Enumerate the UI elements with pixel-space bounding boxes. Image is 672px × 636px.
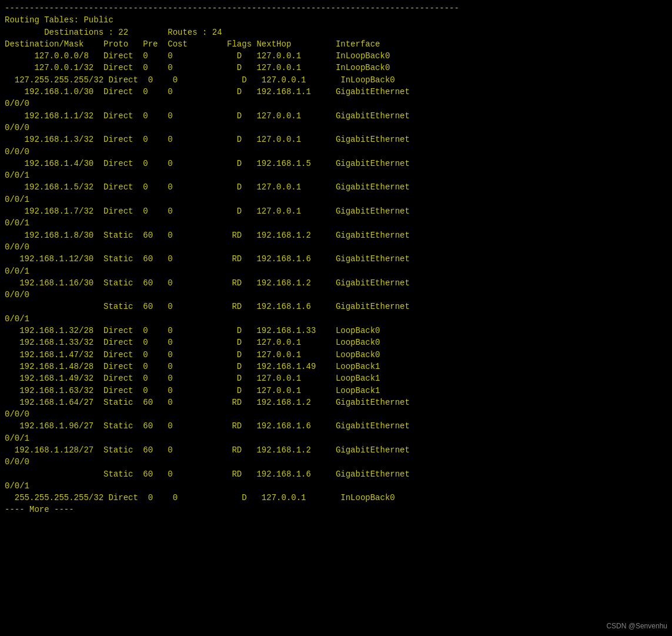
terminal-line: 192.168.1.64/27 Static 60 0 RD 192.168.1… — [5, 397, 667, 408]
terminal-line: ----------------------------------------… — [5, 2, 667, 14]
terminal-line: 192.168.1.12/30 Static 60 0 RD 192.168.1… — [5, 253, 667, 265]
terminal-line: Destination/Mask Proto Pre Cost Flags Ne… — [5, 38, 667, 50]
terminal-line: 192.168.1.49/32 Direct 0 0 D 127.0.0.1 L… — [5, 372, 667, 384]
terminal-line: 0/0/1 — [5, 217, 667, 229]
terminal-line: 127.255.255.255/32 Direct 0 0 D 127.0.0.… — [5, 74, 667, 86]
terminal-line: 255.255.255.255/32 Direct 0 0 D 127.0.0.… — [5, 492, 667, 504]
terminal-line: 0/0/0 — [5, 456, 667, 468]
terminal-line: Static 60 0 RD 192.168.1.6 GigabitEthern… — [5, 468, 667, 480]
terminal-line: Static 60 0 RD 192.168.1.6 GigabitEthern… — [5, 301, 667, 312]
terminal-line: 192.168.1.8/30 Static 60 0 RD 192.168.1.… — [5, 229, 667, 241]
terminal-line: 192.168.1.5/32 Direct 0 0 D 127.0.0.1 Gi… — [5, 181, 667, 193]
terminal-line: Destinations : 22 Routes : 24 — [5, 26, 667, 38]
terminal-line: 0/0/0 — [5, 122, 667, 134]
terminal-line: 192.168.1.0/30 Direct 0 0 D 192.168.1.1 … — [5, 86, 667, 98]
terminal-line: 0/0/1 — [5, 432, 667, 444]
terminal-line: 192.168.1.47/32 Direct 0 0 D 127.0.0.1 L… — [5, 349, 667, 361]
terminal-line: 0/0/1 — [5, 169, 667, 181]
terminal-line: 127.0.0.0/8 Direct 0 0 D 127.0.0.1 InLoo… — [5, 50, 667, 62]
terminal-line: 192.168.1.16/30 Static 60 0 RD 192.168.1… — [5, 277, 667, 289]
terminal-line: 192.168.1.1/32 Direct 0 0 D 127.0.0.1 Gi… — [5, 110, 667, 122]
terminal-line: 0/0/1 — [5, 265, 667, 277]
terminal-line: 0/0/0 — [5, 241, 667, 253]
terminal-line: 192.168.1.4/30 Direct 0 0 D 192.168.1.5 … — [5, 158, 667, 169]
terminal-line: 0/0/0 — [5, 98, 667, 109]
terminal-line: 192.168.1.32/28 Direct 0 0 D 192.168.1.3… — [5, 325, 667, 337]
terminal-line: 0/0/1 — [5, 313, 667, 325]
terminal-line: 192.168.1.3/32 Direct 0 0 D 127.0.0.1 Gi… — [5, 134, 667, 145]
terminal-line: 192.168.1.7/32 Direct 0 0 D 127.0.0.1 Gi… — [5, 205, 667, 217]
terminal-line: 192.168.1.33/32 Direct 0 0 D 127.0.0.1 L… — [5, 337, 667, 348]
terminal-output: ----------------------------------------… — [5, 2, 667, 516]
terminal-line: 0/0/0 — [5, 146, 667, 158]
watermark: CSDN @Senvenhu — [606, 621, 667, 631]
terminal-line: 192.168.1.63/32 Direct 0 0 D 127.0.0.1 L… — [5, 385, 667, 397]
terminal-line: 192.168.1.96/27 Static 60 0 RD 192.168.1… — [5, 420, 667, 432]
terminal-line: 0/0/1 — [5, 194, 667, 205]
terminal-line: ---- More ---- — [5, 504, 667, 515]
terminal-line: 192.168.1.48/28 Direct 0 0 D 192.168.1.4… — [5, 361, 667, 372]
terminal-line: 0/0/0 — [5, 408, 667, 420]
terminal-line: 0/0/1 — [5, 480, 667, 492]
terminal-line: 192.168.1.128/27 Static 60 0 RD 192.168.… — [5, 444, 667, 456]
terminal-line: 0/0/0 — [5, 289, 667, 301]
terminal-line: 127.0.0.1/32 Direct 0 0 D 127.0.0.1 InLo… — [5, 62, 667, 74]
terminal-line: Routing Tables: Public — [5, 14, 667, 26]
